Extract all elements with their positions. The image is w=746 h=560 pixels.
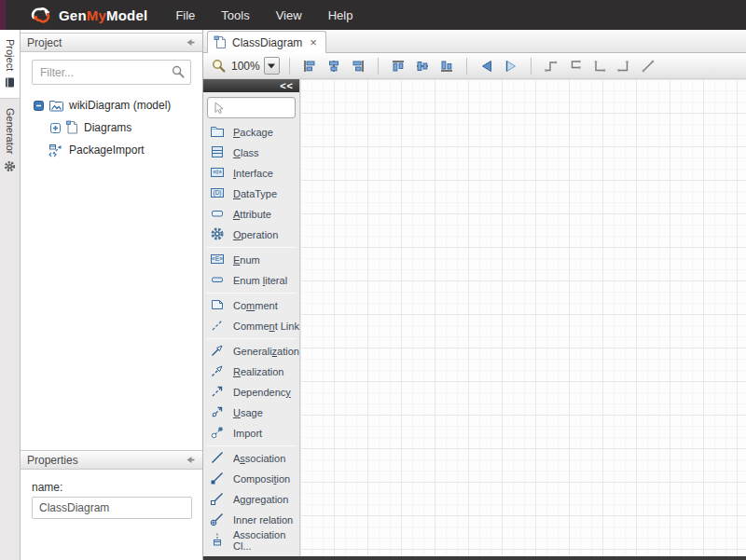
svg-text:(D): (D) [213,189,221,197]
align-bottom-button[interactable] [436,56,457,76]
palette-item-label: Attribute [233,209,271,220]
menu-view[interactable]: View [276,8,302,22]
rail-tab-project-label: Project [5,39,16,71]
palette-item-label: Realization [233,366,283,377]
side-rail: Project Generator [0,30,21,560]
collapse-left-icon[interactable] [184,36,196,48]
toolbar-separator [378,58,379,75]
palette-separator [206,293,297,294]
palette-separator [206,247,297,248]
palette-item-enum-literal[interactable]: Enum literal [203,270,299,291]
palette-item-interface[interactable]: «I»Interface [203,163,299,184]
toolbar-separator [289,58,290,75]
enum-icon: «E» [210,252,225,268]
palette-item-label: Aggregation [233,494,288,505]
book-icon [4,76,16,89]
palette-item-comment[interactable]: Comment [203,295,299,316]
palette-item-aggregation[interactable]: Aggregation [203,489,299,510]
palette-item-association[interactable]: Association [203,448,299,469]
project-panel-header: Project [21,33,202,52]
zoom-control: 100% [211,57,280,75]
rail-tab-project[interactable]: Project [0,30,20,99]
project-panel-title: Project [27,36,184,49]
tree-item-label: Diagrams [84,121,131,134]
properties-panel: Properties name: [21,450,202,560]
palette-item-label: Comment [233,300,278,311]
palette-collapse-button[interactable]: << [280,81,294,91]
palette-item-dependency[interactable]: Dependency [203,382,299,403]
palette-item-label: Enum [233,254,260,266]
flip-vertical-button[interactable] [501,56,521,76]
palette-item-operation[interactable]: Operation [203,225,299,245]
route-corner-down-button[interactable] [614,56,634,76]
palette-item-attribute[interactable]: Attribute [203,204,299,225]
palette-item-inner-relation[interactable]: Inner relation [203,510,299,530]
diagram-canvas[interactable] [300,79,746,556]
palette-item-generalization[interactable]: Generalization [203,341,299,362]
cursor-icon [212,101,227,116]
diagram-file-icon [65,120,79,135]
collapse-minus-icon[interactable] [34,101,44,111]
palette-item-label: Operation [233,229,278,240]
palette-item-usage[interactable]: Usage [203,403,299,423]
tab-label: ClassDiagram [232,36,302,49]
properties-panel-title: Properties [27,454,184,467]
tree-item-label: wikiDiagram (model) [69,99,171,112]
palette-item-label: Dependency [233,387,291,398]
route-oblique-button[interactable] [638,56,658,76]
palette-item-association-class[interactable]: Association Cl... [203,530,299,551]
palette-item-comment-link[interactable]: Comment Link [203,316,299,336]
palette-item-composition[interactable]: Composition [203,469,299,489]
palette-item-enum[interactable]: «E»Enum [203,250,299,270]
align-left-button[interactable] [299,56,320,76]
palette-item-realization[interactable]: Realization [203,362,299,382]
caret-down-icon [268,63,275,69]
palette-item-datatype[interactable]: (D)DataType [203,184,299,204]
comment-icon [210,297,225,314]
zoom-value: 100% [231,60,260,73]
tree-item-wikidiagram[interactable]: wikiDiagram (model) [21,94,202,116]
name-field-label: name: [32,481,191,494]
menu-file[interactable]: File [175,8,195,22]
flip-horizontal-button[interactable] [477,56,497,76]
tab-close-icon[interactable]: × [310,36,317,48]
menu-tools[interactable]: Tools [221,8,249,22]
collapse-left-icon[interactable] [184,454,196,466]
tab-classdiagram[interactable]: ClassDiagram × [207,31,326,53]
route-corner-button[interactable] [589,56,610,76]
menu-help[interactable]: Help [328,8,353,22]
association-icon [210,450,225,467]
package-import-icon [48,143,64,157]
attribute-icon [210,206,225,223]
generalization-icon [210,343,225,360]
enum-literal-icon [210,272,225,289]
gear-icon [4,160,16,172]
route-step-button[interactable] [541,56,561,76]
selection-tool-button[interactable] [207,97,296,118]
palette-separator [206,445,297,446]
brand-logo[interactable]: GenMyModel [28,5,147,25]
package-icon [210,124,225,141]
align-right-button[interactable] [348,56,368,76]
align-center-button[interactable] [324,56,344,76]
cloud-logo-icon [28,5,53,25]
tree-item-diagrams[interactable]: Diagrams [21,116,202,139]
palette-item-import[interactable]: Import [203,423,299,444]
align-top-button[interactable] [388,56,408,76]
expand-plus-icon[interactable] [50,123,61,133]
editor-tabbar: ClassDiagram × [203,30,746,53]
rail-tab-generator[interactable]: Generator [0,99,20,182]
name-field[interactable] [32,497,192,519]
palette-item-package[interactable]: Package [203,122,299,143]
zoom-dropdown-button[interactable] [264,57,280,75]
import-icon [210,425,225,442]
topbar: GenMyModel File Tools View Help [0,0,746,30]
tree-item-packageimport[interactable]: PackageImport [21,139,202,161]
palette-header: << [203,79,299,92]
svg-text:«I»: «I» [213,169,222,175]
palette-item-class[interactable]: Class [203,143,299,163]
toolbar-separator [531,58,532,75]
align-middle-button[interactable] [412,56,433,76]
route-double-bend-button[interactable] [565,56,586,76]
filter-input[interactable] [32,60,191,85]
